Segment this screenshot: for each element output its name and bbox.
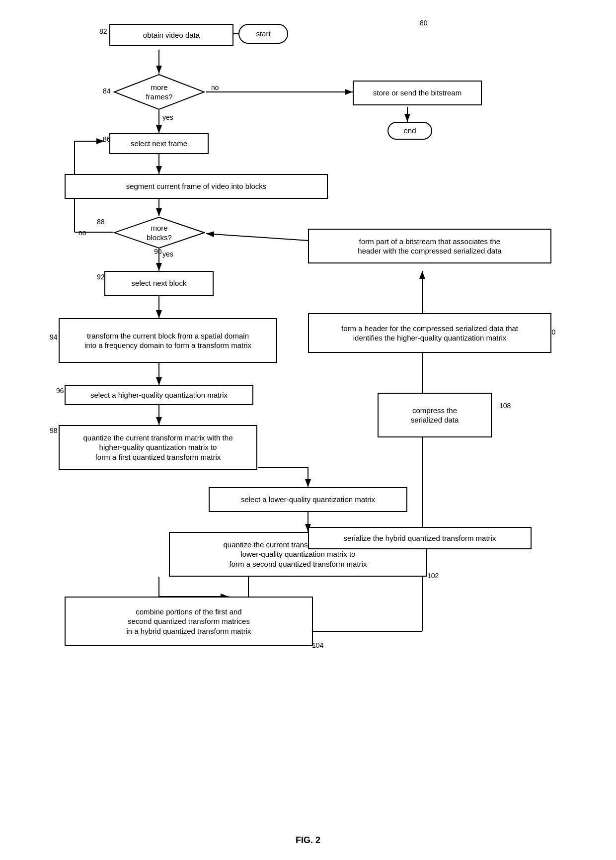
store-send-node: store or send the bitstream — [353, 81, 482, 105]
ref-96: 96 — [56, 387, 64, 395]
quantize-first-node: quantize the current transform matrix wi… — [59, 425, 257, 470]
ref-98: 98 — [50, 427, 58, 434]
ref-108: 108 — [499, 402, 511, 410]
form-header-node: form a header for the compressed seriali… — [308, 313, 551, 353]
form-bitstream-node: form part of a bitstream that associates… — [308, 229, 551, 263]
ref-80: 80 — [420, 19, 428, 27]
select-lower-quality-node: select a lower-quality quantization matr… — [209, 487, 407, 512]
flowchart-diagram: 80 start 82 obtain video data 84 more fr… — [0, 0, 616, 860]
more-blocks-diamond: more blocks? — [113, 216, 205, 249]
select-higher-quality-node: select a higher-quality quantization mat… — [65, 385, 253, 405]
end-node: end — [387, 122, 432, 140]
select-next-block-node: select next block — [104, 271, 214, 296]
ref-88: 88 — [97, 218, 105, 226]
combine-node: combine portions of the first and second… — [65, 597, 313, 646]
ref-90: 90 — [154, 248, 162, 256]
no-frames-label: no — [211, 84, 219, 91]
no-blocks-label: no — [78, 229, 86, 237]
figure-label: FIG. 2 — [263, 835, 353, 846]
yes-blocks-label: yes — [162, 250, 173, 258]
ref-102: 102 — [427, 572, 439, 580]
more-frames-diamond: more frames? — [113, 74, 205, 110]
ref-104: 104 — [312, 641, 323, 649]
ref-94: 94 — [50, 333, 58, 341]
ref-82: 82 — [99, 27, 107, 35]
serialize-node: serialize the hybrid quantized transform… — [308, 527, 532, 549]
transform-block-node: transform the current block from a spati… — [59, 318, 277, 363]
start-node: start — [238, 24, 288, 44]
ref-92: 92 — [97, 273, 105, 281]
compress-node: compress the serialized data — [378, 393, 492, 437]
yes-frames-label: yes — [162, 113, 173, 121]
ref-84: 84 — [103, 87, 111, 95]
segment-frame-node: segment current frame of video into bloc… — [65, 174, 328, 199]
select-next-frame-node: select next frame — [109, 133, 209, 154]
obtain-video-node: obtain video data — [109, 24, 233, 46]
